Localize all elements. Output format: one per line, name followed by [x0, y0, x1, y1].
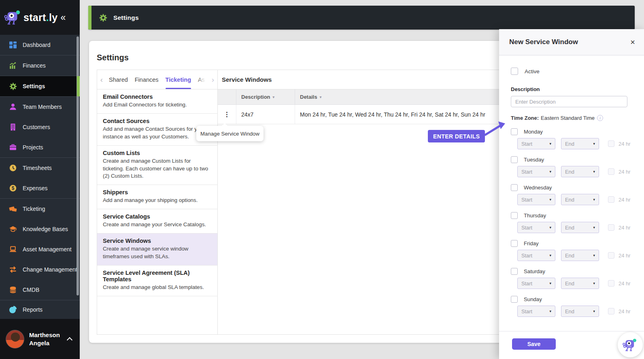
robot-mascot-badge[interactable]: [618, 332, 643, 357]
sidebar-item-cmdb[interactable]: CMDB: [0, 280, 80, 300]
page-header-bar: Settings: [88, 6, 635, 30]
day-section: Thursday Start End: [511, 212, 633, 233]
manage-service-window-tooltip[interactable]: Manage Service Window: [196, 126, 264, 141]
start-time-select[interactable]: Start: [517, 250, 555, 261]
day-checkbox[interactable]: [511, 268, 518, 275]
24hr-checkbox[interactable]: [608, 308, 614, 314]
day-checkbox[interactable]: [511, 296, 518, 303]
settings-category-item[interactable]: Custom Lists Create and manage Custom Li…: [97, 146, 217, 185]
day-header: Friday: [511, 240, 633, 247]
sidebar-item-asset-management[interactable]: Asset Management: [0, 239, 80, 259]
expenses-icon: $: [9, 184, 17, 192]
settings-category-item[interactable]: Email Connectors Add Email Connectors fo…: [97, 89, 217, 114]
sidebar-item-team-members[interactable]: Team Members: [0, 97, 80, 117]
sidebar-item-settings[interactable]: Settings: [0, 76, 80, 96]
sidebar-item-label: Knowledge Bases: [23, 226, 68, 232]
sidebar: start.ly Dashboard Finances Settings Tea…: [0, 0, 80, 359]
tabs-scroll-left-icon[interactable]: [97, 75, 106, 84]
sidebar-scrollbar[interactable]: [77, 36, 79, 295]
save-button[interactable]: Save: [512, 338, 556, 350]
chevron-down-icon: [593, 142, 595, 146]
end-time-select[interactable]: End: [561, 278, 599, 289]
start-time-select[interactable]: Start: [517, 194, 555, 205]
start-time-select[interactable]: Start: [517, 138, 555, 149]
sidebar-item-finances[interactable]: Finances: [0, 55, 80, 76]
day-checkbox[interactable]: [511, 212, 518, 219]
end-time-select[interactable]: End: [561, 166, 599, 177]
chevron-down-icon: [549, 253, 551, 257]
day-checkbox[interactable]: [511, 184, 518, 191]
sidebar-item-knowledge-bases[interactable]: Knowledge Bases: [0, 219, 80, 239]
start-time-placeholder: Start: [521, 308, 532, 314]
sidebar-item-dashboard[interactable]: Dashboard: [0, 35, 80, 55]
24hr-checkbox[interactable]: [608, 168, 614, 175]
day-checkbox[interactable]: [511, 128, 518, 135]
24hr-checkbox[interactable]: [608, 140, 614, 147]
category-description: Create and manage Custom Lists for ticke…: [103, 157, 212, 181]
sidebar-item-reports[interactable]: Reports: [0, 300, 80, 319]
24hr-label: 24 hr: [618, 169, 631, 175]
tab-ticketing[interactable]: Ticketing: [166, 70, 191, 89]
day-checkbox[interactable]: [511, 240, 518, 247]
settings-category-item[interactable]: Shippers Add and manage your shipping op…: [97, 185, 217, 209]
end-time-select[interactable]: End: [561, 222, 599, 233]
day-controls: Start End 24 hr: [517, 278, 633, 289]
chevron-down-icon: [593, 170, 595, 174]
24hr-label: 24 hr: [618, 197, 631, 203]
timezone-value: Eastern Standard Time: [541, 115, 595, 121]
sidebar-item-projects[interactable]: Projects: [0, 137, 80, 157]
day-controls: Start End 24 hr: [517, 138, 633, 149]
day-checkbox[interactable]: [511, 156, 518, 163]
category-title: Email Connectors: [103, 93, 212, 100]
info-icon[interactable]: [597, 115, 603, 121]
end-time-select[interactable]: End: [561, 194, 599, 205]
tab-shared[interactable]: Shared: [109, 70, 128, 89]
chevron-up-icon: [67, 337, 72, 343]
row-actions-kebab-icon[interactable]: [224, 111, 230, 118]
day-label: Sunday: [524, 296, 542, 302]
sidebar-item-label: Reports: [23, 306, 43, 313]
sidebar-item-label: Projects: [23, 144, 43, 151]
settings-categories-column: Shared Finances Ticketing Asset Email Co…: [97, 70, 218, 334]
day-controls: Start End 24 hr: [517, 250, 633, 261]
description-column-header[interactable]: Description: [236, 89, 295, 104]
start-time-placeholder: Start: [521, 169, 532, 175]
sidebar-item-ticketing[interactable]: Ticketing: [0, 199, 80, 219]
start-time-select[interactable]: Start: [517, 166, 555, 177]
active-checkbox[interactable]: [511, 68, 518, 75]
24hr-checkbox[interactable]: [608, 280, 614, 287]
sidebar-item-label: Customers: [23, 124, 50, 130]
end-time-select[interactable]: End: [561, 138, 599, 149]
brand-logo[interactable]: start.ly: [0, 0, 80, 35]
tab-finances[interactable]: Finances: [135, 70, 159, 89]
sidebar-item-timesheets[interactable]: Timesheets: [0, 158, 80, 178]
start-time-placeholder: Start: [521, 225, 532, 231]
24hr-checkbox[interactable]: [608, 224, 614, 231]
day-section: Friday Start End 24: [511, 240, 633, 261]
settings-category-item[interactable]: Service Catalogs Create and manage your …: [97, 209, 217, 234]
close-icon[interactable]: [630, 38, 635, 46]
settings-category-item[interactable]: Service Windows Create and manage servic…: [97, 234, 217, 266]
user-menu[interactable]: Martheson Angela: [0, 319, 80, 359]
start-time-select[interactable]: Start: [517, 306, 555, 317]
sidebar-collapse-icon[interactable]: [60, 13, 66, 22]
sidebar-item-change-management[interactable]: Change Management: [0, 259, 80, 280]
projects-icon: [9, 143, 17, 151]
description-input[interactable]: [511, 96, 627, 107]
settings-category-item[interactable]: Service Level Agreement (SLA) Templates …: [97, 266, 217, 296]
sidebar-item-label: Dashboard: [23, 42, 51, 48]
app-window: start.ly Dashboard Finances Settings Tea…: [0, 0, 644, 359]
chevron-down-icon: [549, 225, 551, 229]
sidebar-item-expenses[interactable]: $ Expenses: [0, 178, 80, 198]
sidebar-item-customers[interactable]: Customers: [0, 117, 80, 137]
24hr-checkbox[interactable]: [608, 252, 614, 259]
day-controls: Start End 24 hr: [517, 166, 633, 177]
start-time-select[interactable]: Start: [517, 222, 555, 233]
tabs-scroll-right-icon[interactable]: [208, 75, 217, 84]
end-time-select[interactable]: End: [561, 250, 599, 261]
24hr-checkbox[interactable]: [608, 196, 614, 203]
start-time-select[interactable]: Start: [517, 278, 555, 289]
chevron-down-icon: [549, 142, 551, 146]
end-time-select[interactable]: End: [561, 306, 599, 317]
day-header: Tuesday: [511, 156, 633, 163]
